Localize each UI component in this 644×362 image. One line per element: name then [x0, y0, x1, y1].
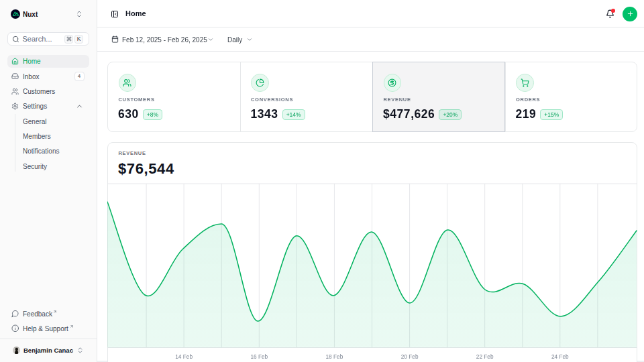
- svg-text:18 Feb: 18 Feb: [325, 353, 343, 360]
- svg-text:20 Feb: 20 Feb: [401, 353, 419, 360]
- svg-text:14 Feb: 14 Feb: [175, 353, 193, 360]
- svg-text:16 Feb: 16 Feb: [250, 353, 268, 360]
- svg-text:22 Feb: 22 Feb: [476, 353, 494, 360]
- svg-text:24 Feb: 24 Feb: [551, 353, 569, 360]
